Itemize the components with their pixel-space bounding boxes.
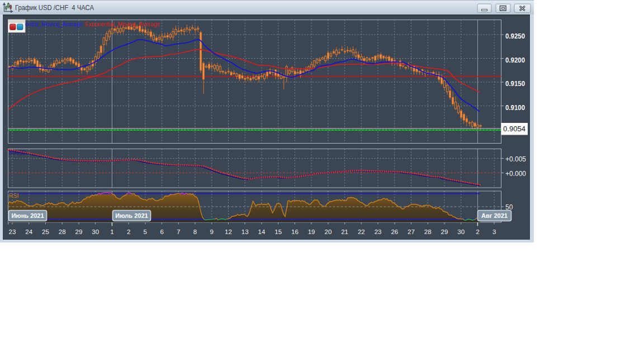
svg-text:13: 13	[242, 228, 249, 235]
svg-text:5: 5	[144, 228, 147, 235]
svg-text:27: 27	[408, 228, 415, 235]
svg-text:28: 28	[424, 228, 432, 235]
svg-text:Авг 2021: Авг 2021	[481, 212, 508, 219]
svg-text:Exponential_Moving_Average: Exponential_Moving_Average	[85, 21, 160, 27]
svg-text:0.9150: 0.9150	[505, 80, 525, 88]
svg-text:28: 28	[59, 228, 66, 235]
svg-text:9: 9	[210, 228, 214, 235]
svg-text:30: 30	[457, 228, 465, 235]
svg-text:24: 24	[25, 228, 32, 235]
svg-text:+0.005: +0.005	[505, 155, 526, 163]
svg-text:0.9100: 0.9100	[505, 104, 525, 112]
svg-text:0.9054: 0.9054	[503, 125, 525, 133]
svg-text:20: 20	[325, 228, 332, 235]
svg-text:0.9200: 0.9200	[505, 56, 525, 64]
svg-text:2: 2	[476, 228, 479, 235]
svg-text:6: 6	[160, 228, 163, 235]
svg-text:+0.000: +0.000	[505, 170, 526, 178]
svg-text:ential_Moving_Average: ential_Moving_Average	[25, 21, 83, 27]
svg-text:RSI: RSI	[9, 192, 19, 199]
svg-text:График USD /CHF 4 ЧАСА: График USD /CHF 4 ЧАСА	[15, 3, 94, 12]
svg-text:Июнь 2021: Июнь 2021	[11, 212, 44, 219]
svg-text:3: 3	[493, 228, 496, 235]
svg-text:1: 1	[110, 228, 113, 235]
svg-text:26: 26	[391, 228, 398, 235]
svg-text:2: 2	[127, 228, 130, 235]
svg-text:23: 23	[9, 228, 16, 235]
svg-text:7: 7	[177, 228, 180, 235]
svg-text:29: 29	[441, 228, 448, 235]
svg-text:23: 23	[375, 228, 382, 235]
svg-text:21: 21	[341, 228, 348, 235]
svg-text:25: 25	[42, 228, 49, 235]
svg-text:50: 50	[505, 203, 513, 211]
svg-text:22: 22	[358, 228, 365, 235]
svg-text:Июль 2021: Июль 2021	[115, 212, 148, 219]
svg-text:29: 29	[75, 228, 83, 235]
svg-text:16: 16	[291, 228, 299, 235]
svg-text:30: 30	[92, 228, 99, 235]
svg-text:15: 15	[274, 228, 282, 235]
svg-text:0.9250: 0.9250	[505, 32, 525, 40]
svg-text:14: 14	[258, 228, 266, 235]
svg-text:12: 12	[225, 228, 232, 235]
svg-text:8: 8	[193, 228, 197, 235]
svg-text:19: 19	[308, 228, 315, 235]
